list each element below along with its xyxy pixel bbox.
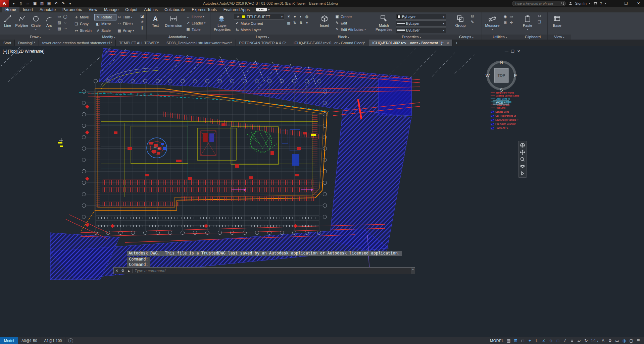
- linear-button[interactable]: ↔Linear▾: [185, 14, 206, 19]
- help-search-box[interactable]: [512, 1, 566, 6]
- polyline-button[interactable]: Polyline: [15, 13, 28, 27]
- annotation-scale[interactable]: 1:1 ▾: [591, 339, 598, 343]
- layer-lock-icon[interactable]: ◐: [298, 14, 303, 19]
- match-properties-button[interactable]: Match Properties: [374, 13, 394, 32]
- orbit-icon[interactable]: [519, 163, 526, 169]
- object-snap-tracking-icon[interactable]: Z: [563, 338, 567, 343]
- open-file-icon[interactable]: ▱: [25, 1, 31, 6]
- linetype-dropdown[interactable]: ByLayer ▾: [396, 20, 446, 26]
- stretch-button[interactable]: ↦Stretch: [73, 28, 95, 34]
- id-point-icon[interactable]: ⊞: [503, 20, 508, 25]
- qat-dropdown-icon[interactable]: ▾: [67, 1, 73, 6]
- panel-label-layers[interactable]: Layers ▾: [210, 35, 315, 40]
- window-restore-button[interactable]: ❐: [621, 0, 631, 7]
- point-icon[interactable]: ✛: [509, 20, 514, 25]
- file-tab-start[interactable]: Start: [0, 40, 15, 46]
- polar-tracking-icon[interactable]: ∠: [542, 338, 546, 343]
- make-current-button[interactable]: ✔Make Current: [234, 20, 284, 26]
- gradient-icon[interactable]: ▤: [57, 26, 62, 31]
- table-button[interactable]: ▦Table: [185, 26, 206, 32]
- quick-calc-icon[interactable]: ▭: [509, 14, 514, 19]
- file-tab-drawing1[interactable]: Drawing1*: [15, 40, 39, 46]
- save-as-icon[interactable]: ▥: [39, 1, 45, 6]
- layer-restore-icon[interactable]: ↻: [292, 20, 297, 25]
- object-color-dropdown[interactable]: ByLayer ▾: [396, 14, 446, 20]
- save-icon[interactable]: ▣: [32, 1, 38, 6]
- ribbon-display-toggle[interactable]: [256, 8, 267, 11]
- annotation-monitor-icon[interactable]: ▭: [615, 338, 620, 343]
- search-icon[interactable]: [561, 2, 563, 5]
- layer-isolate-icon[interactable]: ◍: [304, 14, 309, 19]
- window-close-button[interactable]: ✕: [634, 0, 643, 7]
- ribbon-tab-featured-apps[interactable]: Featured Apps: [220, 7, 253, 12]
- arc-button[interactable]: Arc ▾: [44, 13, 55, 32]
- workspace-switching-icon[interactable]: ⚙: [608, 338, 612, 343]
- panel-label-utilities[interactable]: Utilities ▾: [482, 35, 518, 40]
- edit-attributes-button[interactable]: ✎Edit Attributes▾: [334, 26, 366, 32]
- file-tab-ground-floor[interactable]: ICHQ-BT-GF-003 rev.0...er - Ground Floor…: [290, 40, 369, 46]
- panel-label-draw[interactable]: Draw ▾: [0, 35, 71, 40]
- layout-tab-a1[interactable]: A1@1-100: [41, 337, 66, 344]
- ribbon-tab-annotate[interactable]: Annotate: [36, 7, 59, 12]
- viewport-minimize-control[interactable]: [−]: [3, 49, 7, 54]
- rotate-button[interactable]: ↻Rotate: [95, 14, 116, 20]
- arc-flyout-caret-icon[interactable]: ▾: [48, 27, 50, 32]
- dimension-button[interactable]: Dimension: [164, 13, 183, 27]
- ribbon-tab-express-tools[interactable]: Express Tools: [188, 7, 220, 12]
- ribbon-tab-parametric[interactable]: Parametric: [59, 7, 85, 12]
- viewport-view-control[interactable]: [Top]: [8, 49, 17, 54]
- trim-button[interactable]: ✂Trim▾: [116, 14, 138, 20]
- drawing-close-button[interactable]: ✕: [517, 49, 520, 54]
- qat-menu-caret-icon[interactable]: ▾: [11, 1, 17, 6]
- undo-icon[interactable]: ↶: [53, 1, 59, 6]
- hatch-icon[interactable]: ▨: [57, 20, 62, 25]
- command-input[interactable]: [133, 269, 411, 273]
- zoom-icon[interactable]: [519, 156, 526, 162]
- edit-block-button[interactable]: ✎Edit: [334, 20, 366, 26]
- mirror-button[interactable]: ◧Mirror: [95, 21, 116, 27]
- circle-flyout-caret-icon[interactable]: ▾: [35, 27, 37, 32]
- new-file-icon[interactable]: ▯: [18, 1, 24, 6]
- file-tab-tower-crane[interactable]: tower crane erection method statement r1…: [39, 40, 116, 46]
- pan-icon[interactable]: [519, 149, 526, 155]
- file-tab-templet-all-tower[interactable]: TEMPLET ALL TOWER*: [116, 40, 163, 46]
- panel-label-groups[interactable]: Groups ▾: [451, 35, 482, 40]
- offset-icon[interactable]: ∥: [140, 25, 145, 30]
- panel-label-properties[interactable]: Properties ▾: [372, 35, 451, 40]
- insert-block-button[interactable]: Insert: [317, 13, 332, 27]
- ribbon-tab-output[interactable]: Output: [122, 7, 141, 12]
- file-tab-sd03-water-tower[interactable]: SD03_Detail-detail struktur water tower*: [163, 40, 236, 46]
- viewport-visual-style-control[interactable]: [2D Wireframe]: [17, 49, 45, 54]
- dynamic-input-icon[interactable]: +: [528, 338, 532, 343]
- ortho-mode-icon[interactable]: L: [535, 338, 539, 343]
- revision-cloud-icon[interactable]: ◌: [63, 20, 68, 25]
- infer-constraints-icon[interactable]: ◻: [521, 338, 525, 343]
- layer-freeze-icon[interactable]: ●: [292, 14, 297, 19]
- steering-wheel-icon[interactable]: [519, 142, 526, 148]
- panel-label-clipboard[interactable]: Clipboard: [518, 35, 547, 40]
- copy-button[interactable]: ❏Copy: [73, 21, 95, 27]
- clean-screen-icon[interactable]: ▢: [629, 338, 634, 343]
- command-customize-icon[interactable]: ⚙: [120, 269, 126, 273]
- command-close-icon[interactable]: ✕: [114, 269, 120, 273]
- fillet-button[interactable]: ◠Fillet▾: [116, 21, 138, 27]
- snap-mode-icon[interactable]: ⊞: [513, 338, 518, 343]
- array-button[interactable]: ▦Array▾: [116, 28, 138, 34]
- app-store-cart-icon[interactable]: [593, 2, 597, 5]
- scale-button[interactable]: ⇗Scale: [95, 28, 116, 34]
- layer-walk-icon[interactable]: ▦: [286, 20, 291, 25]
- ribbon-tab-insert[interactable]: Insert: [19, 7, 36, 12]
- window-minimize-button[interactable]: —: [609, 0, 618, 7]
- plot-icon[interactable]: ▤: [46, 1, 52, 6]
- isolate-objects-icon[interactable]: ◎: [622, 338, 627, 343]
- ellipse-icon[interactable]: ◯: [63, 14, 68, 19]
- object-snap-icon[interactable]: □: [556, 338, 560, 343]
- ungroup-icon[interactable]: ⊟: [470, 14, 475, 19]
- transparency-icon[interactable]: ▱: [577, 338, 582, 343]
- wcs-control[interactable]: WCS▾: [493, 100, 509, 105]
- autocad-logo-icon[interactable]: A: [0, 0, 9, 7]
- file-tab-potongan-tower[interactable]: POTONGAN TOWER A & C*: [236, 40, 290, 46]
- user-icon[interactable]: [568, 1, 573, 5]
- new-layout-button[interactable]: +: [68, 338, 73, 343]
- model-space-toggle[interactable]: MODEL: [490, 339, 504, 343]
